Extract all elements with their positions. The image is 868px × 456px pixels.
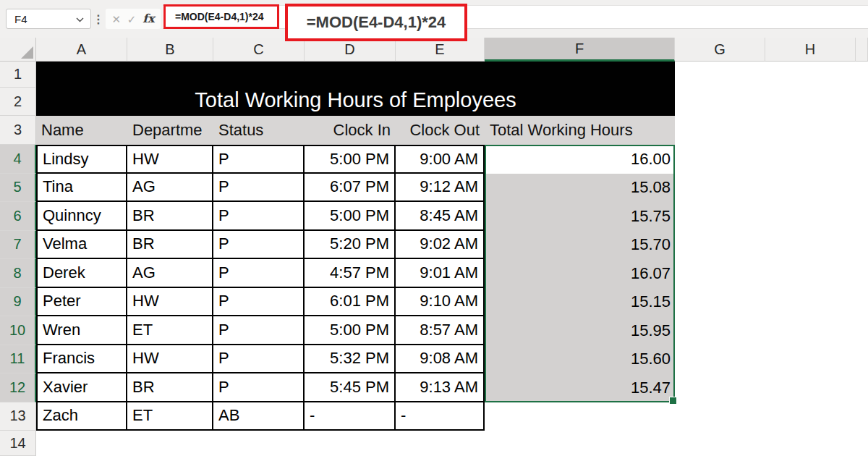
cell-F12[interactable]: 15.47 xyxy=(485,373,675,402)
cell-B4[interactable]: HW xyxy=(127,145,213,174)
cell-E11[interactable]: 9:08 AM xyxy=(396,345,485,374)
cell-F10[interactable]: 15.95 xyxy=(485,316,675,345)
cell-A7[interactable]: Velma xyxy=(36,231,127,260)
formula-buttons: ✕ ✓ fx xyxy=(106,9,161,29)
cell-F4[interactable]: 16.00 xyxy=(485,145,675,174)
cell-C10[interactable]: P xyxy=(213,316,305,345)
cell-E4[interactable]: 9:00 AM xyxy=(396,145,485,174)
row-header-7[interactable]: 7 xyxy=(0,231,36,260)
name-box[interactable]: F4 xyxy=(6,9,91,29)
cell-C6[interactable]: P xyxy=(213,202,305,231)
cell-D7[interactable]: 5:20 PM xyxy=(305,231,396,260)
cell-F11[interactable]: 15.60 xyxy=(485,345,675,374)
row-header-3[interactable]: 3 xyxy=(0,116,36,145)
cell-C4[interactable]: P xyxy=(213,145,305,174)
cell-C8[interactable]: P xyxy=(213,259,305,288)
table-header-clock-out[interactable]: Clock Out xyxy=(396,116,485,145)
fill-handle[interactable] xyxy=(669,397,677,405)
row-header-14[interactable]: 14 xyxy=(0,431,36,456)
cell-E12[interactable]: 9:13 AM xyxy=(396,373,485,402)
cell-E10[interactable]: 8:57 AM xyxy=(396,316,485,345)
cell-B10[interactable]: ET xyxy=(127,316,213,345)
cell-E6[interactable]: 8:45 AM xyxy=(396,202,485,231)
title-banner-cell[interactable]: Total Working Hours of Employees xyxy=(36,62,675,116)
more-options-icon[interactable]: ⋮ xyxy=(93,0,104,38)
cell-D6[interactable]: 5:00 PM xyxy=(305,202,396,231)
cell-E13[interactable]: - xyxy=(396,402,485,431)
cell-C7[interactable]: P xyxy=(213,231,305,260)
row-header-9[interactable]: 9 xyxy=(0,288,36,317)
formula-toolbar: F4 ⋮ ✕ ✓ fx =MOD(E4-D4,1)*24 =MOD(E4-D4,… xyxy=(0,0,868,38)
cell-F9[interactable]: 15.15 xyxy=(485,288,675,317)
sheet-grid: Total Working Hours of Employees ABCDEFG… xyxy=(0,38,868,456)
column-header-a[interactable]: A xyxy=(36,38,127,62)
row-header-1[interactable]: 1 xyxy=(0,62,36,88)
cell-D9[interactable]: 6:01 PM xyxy=(305,288,396,317)
column-header-g[interactable]: G xyxy=(675,38,765,62)
cell-A13[interactable]: Zach xyxy=(36,402,127,431)
cell-B7[interactable]: BR xyxy=(127,231,213,260)
excel-window: F4 ⋮ ✕ ✓ fx =MOD(E4-D4,1)*24 =MOD(E4-D4,… xyxy=(0,0,868,456)
cell-A4[interactable]: Lindsy xyxy=(36,145,127,174)
cell-B12[interactable]: BR xyxy=(127,373,213,402)
cell-A9[interactable]: Peter xyxy=(36,288,127,317)
cell-C13[interactable]: AB xyxy=(213,402,305,431)
cell-F6[interactable]: 15.75 xyxy=(485,202,675,231)
cell-A12[interactable]: Xavier xyxy=(36,373,127,402)
cell-B8[interactable]: AG xyxy=(127,259,213,288)
confirm-icon[interactable]: ✓ xyxy=(127,14,137,25)
row-header-11[interactable]: 11 xyxy=(0,345,36,374)
cell-C9[interactable]: P xyxy=(213,288,305,317)
cell-D4[interactable]: 5:00 PM xyxy=(305,145,396,174)
cell-D8[interactable]: 4:57 PM xyxy=(305,259,396,288)
cell-C11[interactable]: P xyxy=(213,345,305,374)
cell-C5[interactable]: P xyxy=(213,174,305,203)
cell-D10[interactable]: 5:00 PM xyxy=(305,316,396,345)
row-header-2[interactable]: 2 xyxy=(0,88,36,116)
row-header-10[interactable]: 10 xyxy=(0,316,36,345)
cell-D12[interactable]: 5:45 PM xyxy=(305,373,396,402)
cell-F5[interactable]: 15.08 xyxy=(485,174,675,203)
row-header-12[interactable]: 12 xyxy=(0,373,36,402)
column-header-b[interactable]: B xyxy=(127,38,213,62)
row-header-6[interactable]: 6 xyxy=(0,202,36,231)
cell-A8[interactable]: Derek xyxy=(36,259,127,288)
cell-E7[interactable]: 9:02 AM xyxy=(396,231,485,260)
cell-A5[interactable]: Tina xyxy=(36,174,127,203)
cell-B13[interactable]: ET xyxy=(127,402,213,431)
cell-B6[interactable]: BR xyxy=(127,202,213,231)
column-header-f[interactable]: F xyxy=(485,38,675,62)
cell-D13[interactable]: - xyxy=(305,402,396,431)
cell-E9[interactable]: 9:10 AM xyxy=(396,288,485,317)
cell-B5[interactable]: AG xyxy=(127,174,213,203)
cell-D5[interactable]: 6:07 PM xyxy=(305,174,396,203)
cell-A6[interactable]: Quinncy xyxy=(36,202,127,231)
row-header-13[interactable]: 13 xyxy=(0,402,36,431)
cell-C12[interactable]: P xyxy=(213,373,305,402)
table-header-clock-in[interactable]: Clock In xyxy=(305,116,396,145)
cell-A10[interactable]: Wren xyxy=(36,316,127,345)
cell-B11[interactable]: HW xyxy=(127,345,213,374)
column-header-partial[interactable] xyxy=(856,38,868,62)
select-all-corner[interactable] xyxy=(0,38,36,62)
column-header-h[interactable]: H xyxy=(765,38,856,62)
cell-E8[interactable]: 9:01 AM xyxy=(396,259,485,288)
cell-A11[interactable]: Francis xyxy=(36,345,127,374)
sheet-title: Total Working Hours of Employees xyxy=(195,88,516,112)
table-header-total[interactable]: Total Working Hours xyxy=(485,116,675,145)
cell-F8[interactable]: 16.07 xyxy=(485,259,675,288)
cancel-icon[interactable]: ✕ xyxy=(111,14,121,25)
chevron-down-icon[interactable] xyxy=(76,12,84,25)
cell-B9[interactable]: HW xyxy=(127,288,213,317)
cell-F7[interactable]: 15.70 xyxy=(485,231,675,260)
table-header-status[interactable]: Status xyxy=(213,116,305,145)
row-header-8[interactable]: 8 xyxy=(0,259,36,288)
table-header-name[interactable]: Name xyxy=(36,116,127,145)
insert-function-icon[interactable]: fx xyxy=(142,13,154,25)
row-header-4[interactable]: 4 xyxy=(0,145,36,174)
cell-D11[interactable]: 5:32 PM xyxy=(305,345,396,374)
cell-E5[interactable]: 9:12 AM xyxy=(396,174,485,203)
formula-highlight-box: =MOD(E4-D4,1)*24 xyxy=(163,4,279,29)
row-header-5[interactable]: 5 xyxy=(0,174,36,203)
table-header-department[interactable]: Departme xyxy=(127,116,213,145)
